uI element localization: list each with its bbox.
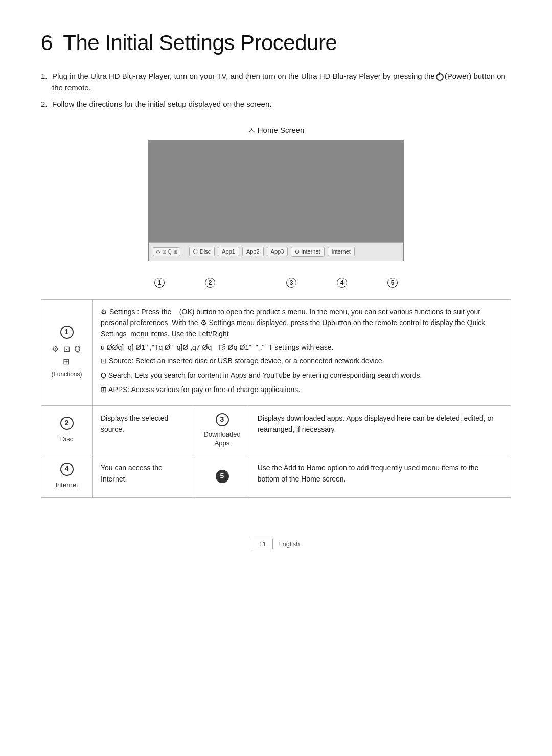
intro-list: 1. Plug in the Ultra HD Blu-ray Player, … [41,71,511,110]
bar-disc: Disc [189,247,215,256]
internet-icon-cell: 4 Internet [41,455,93,498]
label-2: 2 [205,278,215,288]
disc-description: Displays the selected source. [93,406,195,455]
circle-1: 1 [60,326,74,339]
table-row-functions: 1 ⚙ ⊡ Q ⊞ (Functions) ⚙ Settings : Press… [41,299,511,406]
label-1: 1 [154,278,165,288]
label-3: 3 [286,278,296,288]
home-screen-label: ㅅ Home Screen [41,126,511,135]
page-title: 6 The Initial Settings Procedure [41,31,511,55]
circle-5-cell: 5 [195,455,249,498]
bar-internet-2: Internet [328,247,355,256]
source-icon-bar: ⊡ [162,249,166,255]
bar-icons-group: ⚙ ⊡ Q ⊞ [153,247,180,256]
functions-description: ⚙ Settings : Press the (OK) button to op… [93,299,511,406]
power-icon [436,73,444,81]
intro-item-2: 2. Follow the directions for the initial… [41,99,511,110]
circle-4: 4 [60,463,74,476]
internet-icon-bar: ⊙ [295,248,300,255]
functions-symbols: ⚙ ⊡ Q ⊞ [50,343,84,369]
functions-icons-group: 1 ⚙ ⊡ Q ⊞ (Functions) [50,326,84,379]
circle-5: 5 [216,470,229,483]
intro-item-1: 1. Plug in the Ultra HD Blu-ray Player, … [41,71,511,94]
screen-number-labels: 1 2 3 4 5 [148,277,404,289]
bar-internet-1: ⊙ Internet [291,247,324,257]
page-footer: 11 English [41,539,511,549]
functions-icon-cell: 1 ⚙ ⊡ Q ⊞ (Functions) [41,299,93,406]
bar-app3: App3 [267,247,288,256]
search-icon-bar: Q [168,249,172,255]
label-5: 5 [387,278,398,288]
apps-icon-bar: ⊞ [173,249,177,255]
functions-label: (Functions) [51,370,82,379]
downloaded-apps-label: DownloadedApps [203,430,240,448]
disc-label: Disc [50,434,84,444]
description-table: 1 ⚙ ⊡ Q ⊞ (Functions) ⚙ Settings : Press… [41,299,511,498]
bar-app1: App1 [218,247,239,256]
page-number: 11 [252,539,272,549]
internet-description: You can access the Internet. [93,455,195,498]
downloaded-apps-icon-cell: 3 DownloadedApps [195,406,249,455]
home-screen-mockup: ⚙ ⊡ Q ⊞ Disc App1 App2 App3 ⊙ Internet [148,140,404,261]
screen-taskbar: ⚙ ⊡ Q ⊞ Disc App1 App2 App3 ⊙ Internet [149,242,403,261]
screen-display [149,140,403,242]
disc-icon-cell: 2 Disc [41,406,93,455]
page-language: English [278,540,300,548]
circle-2: 2 [60,417,74,430]
internet-label: Internet [50,480,84,490]
circle-3: 3 [216,413,229,426]
table-row-internet-home: 4 Internet You can access the Internet. … [41,455,511,498]
disc-icon-bar [193,249,198,254]
add-to-home-description: Use the Add to Home option to add freque… [249,455,511,498]
bar-app2: App2 [242,247,264,256]
bar-divider [185,245,185,258]
table-row-disc-apps: 2 Disc Displays the selected source. 3 D… [41,406,511,455]
downloaded-apps-description: Displays downloaded apps. Apps displayed… [249,406,511,455]
settings-icon-bar: ⚙ [156,249,160,255]
label-4: 4 [337,278,347,288]
